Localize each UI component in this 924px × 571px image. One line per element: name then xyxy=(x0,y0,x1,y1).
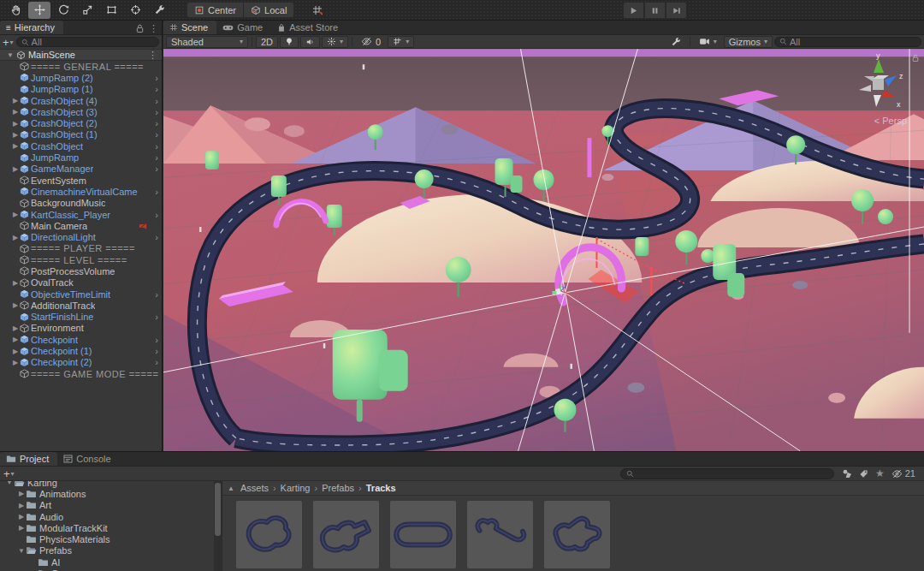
hierarchy-item[interactable]: ===== PLAYER ===== xyxy=(0,243,162,254)
project-folder-row[interactable]: ▼Prefabs xyxy=(0,545,214,556)
hierarchy-item[interactable]: JumpRamp (1)› xyxy=(0,84,162,95)
prefab-open-arrow[interactable]: › xyxy=(155,289,158,300)
breadcrumb-item[interactable]: Tracks xyxy=(366,483,396,493)
hierarchy-item[interactable]: ObjectiveTimeLimit› xyxy=(0,288,162,300)
kebab-menu-icon[interactable]: ⋮ xyxy=(148,50,162,61)
hierarchy-item[interactable]: ===== GAME MODE ===== xyxy=(0,368,162,379)
prefab-open-arrow[interactable]: › xyxy=(155,335,158,345)
tab-asset-store[interactable]: Asset Store xyxy=(271,21,346,34)
hierarchy-scene-row[interactable]: ▼ MainScene ⋮ xyxy=(0,49,162,61)
hierarchy-item[interactable]: StartFinishLine› xyxy=(0,312,162,323)
expand-arrow-icon[interactable]: ▶ xyxy=(11,120,20,128)
prefab-open-arrow[interactable]: › xyxy=(155,312,158,322)
gizmo-center-cube[interactable] xyxy=(873,79,884,90)
custom-tool-button[interactable] xyxy=(148,2,170,19)
hierarchy-item[interactable]: ===== GENERAL ===== xyxy=(0,61,162,72)
expand-arrow-icon[interactable]: ▶ xyxy=(11,324,20,332)
shading-mode-dropdown[interactable]: Shaded ▾ xyxy=(166,36,248,48)
projection-mode-label[interactable]: < Persp xyxy=(874,116,907,126)
orientation-local-button[interactable]: Local xyxy=(244,2,294,18)
hierarchy-item[interactable]: ▶Checkpoint (1)› xyxy=(0,345,162,356)
project-folder-row[interactable]: Cameras xyxy=(0,568,214,571)
move-tool-button[interactable] xyxy=(28,2,50,19)
grid-visibility-dropdown[interactable]: ▾ xyxy=(388,36,414,48)
project-folder-row[interactable]: ▶Audio xyxy=(0,511,214,522)
create-object-button[interactable]: +▾ xyxy=(3,36,14,49)
hierarchy-item[interactable]: ===== LEVEL ===== xyxy=(0,254,162,265)
project-folder-row[interactable]: ▶ModularTrackKit xyxy=(0,522,214,533)
scroll-up-icon[interactable]: ▲ xyxy=(228,485,234,492)
hierarchy-item[interactable]: ▶KartClassic_Player› xyxy=(0,209,162,220)
breadcrumb-item[interactable]: Prefabs xyxy=(322,483,354,493)
play-button[interactable] xyxy=(623,2,644,19)
favorites-star-icon[interactable]: ★ xyxy=(875,467,885,479)
prefab-open-arrow[interactable]: › xyxy=(155,187,158,197)
axis-neg-cone[interactable] xyxy=(859,85,871,92)
expand-arrow-icon[interactable]: ▶ xyxy=(17,490,26,497)
expand-arrow-icon[interactable]: ▶ xyxy=(11,234,20,241)
project-folder-row[interactable]: AI xyxy=(0,556,214,568)
breadcrumb-item[interactable]: Assets xyxy=(240,483,269,493)
hierarchy-item[interactable]: EventSystem xyxy=(0,175,162,186)
kebab-menu-icon[interactable]: ⋮ xyxy=(149,23,158,34)
axis-y-cone[interactable] xyxy=(874,59,884,73)
asset-thumbnail[interactable] xyxy=(313,501,379,568)
hierarchy-item[interactable]: ▶OvalTrack xyxy=(0,277,162,288)
expand-arrow-icon[interactable]: ▶ xyxy=(11,301,20,309)
prefab-open-arrow[interactable]: › xyxy=(155,107,158,117)
hierarchy-item[interactable]: CinemachineVirtualCame› xyxy=(0,186,162,197)
prefab-open-arrow[interactable]: › xyxy=(155,152,158,163)
scene-search-input[interactable]: All xyxy=(774,37,921,47)
tab-console[interactable]: Console xyxy=(57,452,119,466)
hierarchy-item[interactable]: JumpRamp (2)› xyxy=(0,72,162,83)
hierarchy-item[interactable]: ▶CrashObject (1)› xyxy=(0,129,162,140)
hierarchy-item[interactable]: ▶DirectionalLight› xyxy=(0,231,162,242)
hierarchy-item[interactable]: ▶AdditionalTrack xyxy=(0,300,162,311)
orientation-gizmo[interactable]: y z x xyxy=(845,52,912,119)
tab-scene[interactable]: Scene xyxy=(163,21,216,34)
grid-snap-button[interactable] xyxy=(306,2,329,19)
project-folder-row[interactable]: ▶Animations xyxy=(0,488,214,499)
project-folder-row[interactable]: PhysicsMaterials xyxy=(0,533,214,544)
hierarchy-item[interactable]: ▶CrashObject (2)› xyxy=(0,117,162,128)
expand-arrow-icon[interactable]: ▼ xyxy=(17,547,26,555)
scene-tools-button[interactable] xyxy=(666,36,686,48)
prefab-open-arrow[interactable]: › xyxy=(155,141,158,152)
expand-arrow-icon[interactable]: ▶ xyxy=(11,279,20,287)
project-visibility-toggle[interactable]: 21 xyxy=(891,468,915,479)
rect-tool-button[interactable] xyxy=(100,2,122,19)
tab-hierarchy[interactable]: ≡ Hierarchy xyxy=(0,21,63,34)
scene-audio-button[interactable] xyxy=(300,36,320,48)
transform-tool-button[interactable] xyxy=(124,2,146,19)
hierarchy-item[interactable]: ▶CrashObject (3)› xyxy=(0,106,162,117)
hand-tool-button[interactable] xyxy=(4,2,27,19)
project-folder-row[interactable]: ▼Karting xyxy=(0,481,214,488)
package-filter-icon[interactable] xyxy=(842,468,852,479)
hierarchy-item[interactable]: JumpRamp› xyxy=(0,152,162,163)
gizmos-dropdown[interactable]: Gizmos ▾ xyxy=(724,36,773,48)
hierarchy-item[interactable]: ▶Checkpoint› xyxy=(0,334,162,345)
expand-arrow-icon[interactable]: ▼ xyxy=(5,481,14,486)
scrollbar-thumb[interactable] xyxy=(215,483,221,536)
prefab-open-arrow[interactable]: › xyxy=(155,232,158,242)
tab-game[interactable]: Game xyxy=(216,21,271,34)
expand-arrow-icon[interactable]: ▶ xyxy=(11,359,20,366)
create-asset-button[interactable]: +▾ xyxy=(3,467,15,480)
axis-neg-cone[interactable] xyxy=(874,95,881,107)
collapse-arrow-icon[interactable]: ▼ xyxy=(7,51,14,59)
lock-icon[interactable] xyxy=(912,54,919,62)
asset-thumbnail[interactable] xyxy=(390,501,456,568)
expand-arrow-icon[interactable]: ▶ xyxy=(17,513,26,520)
prefab-open-arrow[interactable]: › xyxy=(155,96,158,106)
expand-arrow-icon[interactable]: ▶ xyxy=(11,131,20,139)
scene-viewport[interactable]: y z x < Persp xyxy=(163,49,924,451)
hierarchy-item[interactable]: ▶Environment xyxy=(0,323,162,334)
toggle-2d-button[interactable]: 2D xyxy=(256,36,278,48)
breadcrumb-item[interactable]: Karting xyxy=(281,483,311,493)
hierarchy-item[interactable]: Main Camera xyxy=(0,220,162,231)
prefab-open-arrow[interactable]: › xyxy=(155,346,158,356)
expand-arrow-icon[interactable]: ▶ xyxy=(11,165,20,173)
expand-arrow-icon[interactable]: ▶ xyxy=(11,108,20,116)
hierarchy-item[interactable]: PostProcessVolume xyxy=(0,265,162,277)
project-folder-row[interactable]: ▶Art xyxy=(0,500,214,511)
